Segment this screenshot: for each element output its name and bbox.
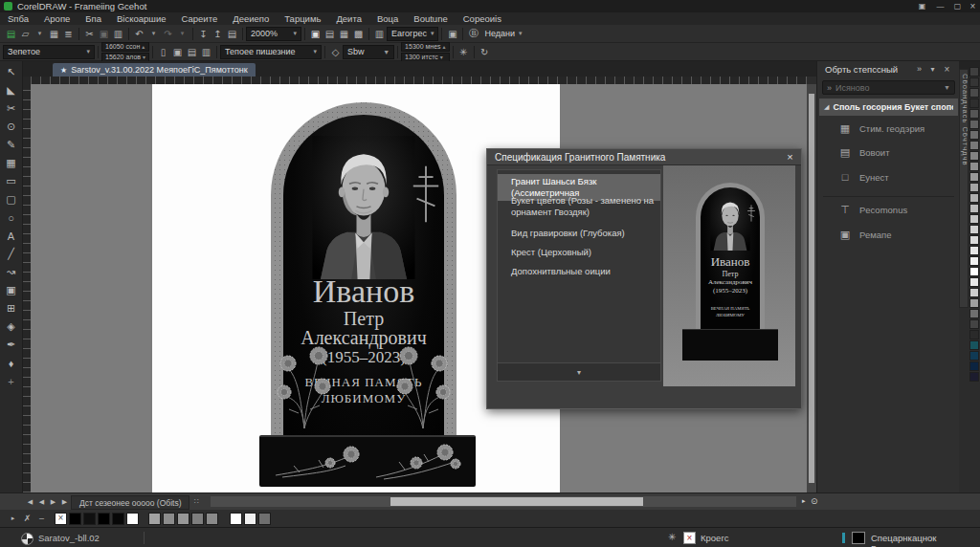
scroll-right-icon[interactable]: ▸: [802, 497, 806, 505]
palette-color[interactable]: [969, 267, 979, 276]
bezier-tool[interactable]: ↝: [3, 263, 20, 281]
palette-color[interactable]: [177, 513, 189, 525]
menu-object[interactable]: Сареите: [174, 13, 226, 24]
rounded-rectangle-tool[interactable]: ▢: [3, 190, 20, 208]
x-spin-up-icon[interactable]: ▴: [142, 45, 145, 49]
vertical-ruler[interactable]: [23, 84, 31, 492]
menu-tools[interactable]: Boutune: [406, 13, 455, 24]
window-minimize-icon[interactable]: —: [933, 0, 947, 11]
mode-combo[interactable]: Тепоее пишезние ▾: [220, 45, 322, 59]
page-options1-icon[interactable]: ▤: [185, 45, 199, 58]
paste-icon[interactable]: ▥: [111, 27, 125, 40]
ellipse-tool[interactable]: ○: [3, 208, 20, 227]
menu-window[interactable]: Сореоиіs: [456, 13, 509, 24]
palette-color[interactable]: [969, 256, 979, 266]
no-color-swatch[interactable]: ×: [55, 513, 67, 525]
palette-color[interactable]: [969, 235, 979, 245]
export-preset-combo[interactable]: Еагогрес ▾: [387, 27, 438, 41]
document-tab[interactable]: ★ Sarstov_v.31.00.2022 МеяпоеГіС_Пямотто…: [53, 63, 256, 77]
docker-item-rename[interactable]: ▣ Ремапе: [838, 228, 891, 241]
menu-table[interactable]: Воца: [369, 13, 406, 24]
palette-color[interactable]: [969, 172, 979, 182]
palette-color[interactable]: [126, 513, 139, 525]
palette-color[interactable]: [969, 162, 979, 171]
knife-tool[interactable]: ✂: [3, 99, 20, 118]
save-icon[interactable]: ▦: [47, 27, 61, 40]
monument-stone[interactable]: Иванов Петр Александрович (1955–2023) ВЕ…: [271, 102, 457, 436]
palette-dash-icon[interactable]: –: [34, 512, 49, 525]
menu-text[interactable]: Деита: [328, 13, 369, 24]
undo-caret-icon[interactable]: ▾: [146, 27, 161, 40]
menu-file[interactable]: Sпба: [0, 13, 36, 24]
page-tab-grip-icon[interactable]: ∷: [194, 497, 199, 506]
palette-color[interactable]: [969, 246, 979, 255]
line-tool[interactable]: ╱: [3, 245, 20, 263]
palette-color[interactable]: [969, 214, 979, 224]
pick-tool[interactable]: ↖: [3, 63, 20, 81]
palette-color[interactable]: [83, 513, 96, 525]
launch-combo[interactable]: Недани ▾: [480, 28, 525, 40]
vertical-scroll-thumb[interactable]: [809, 94, 814, 483]
print-icon[interactable]: ≣: [61, 27, 76, 40]
view-grid2-icon[interactable]: ▦: [337, 27, 351, 40]
palette-color[interactable]: [969, 372, 979, 382]
palette-color[interactable]: [969, 204, 979, 213]
dialog-title-bar[interactable]: Спецификация Гранитного Памятника ×: [487, 149, 801, 165]
docker-more-icon[interactable]: »: [912, 62, 926, 76]
view-grid3-icon[interactable]: ▩: [351, 27, 366, 40]
height-value[interactable]: 1300 итстс: [405, 54, 438, 60]
horizontal-scroll-thumb[interactable]: [390, 497, 643, 506]
window-close-icon[interactable]: ×: [966, 0, 980, 11]
palette-color[interactable]: [969, 77, 979, 87]
table-tool[interactable]: ⊞: [3, 299, 20, 317]
tree-collapse-icon[interactable]: ◢: [824, 103, 829, 111]
docker-item-style[interactable]: ▦ Стим. геодэрия: [838, 121, 924, 135]
zoom-tool[interactable]: ⊙: [3, 118, 20, 136]
docker-collapse-icon[interactable]: ▾: [925, 62, 940, 76]
palette-color[interactable]: [258, 513, 271, 525]
open-caret-icon[interactable]: ▾: [33, 27, 47, 40]
spec-item-bouquet[interactable]: Букет цветов (Розы - заменено на орнамен…: [498, 193, 660, 220]
outline-tool[interactable]: ♦: [3, 354, 20, 372]
docker-side-tab[interactable]: Сбоандчась Сбчтчдчв: [959, 69, 969, 308]
y-spin-down-icon[interactable]: ▾: [143, 55, 145, 59]
frame-tool[interactable]: ▣: [3, 281, 20, 299]
window-restore-icon[interactable]: ▣: [915, 0, 929, 11]
zoom-level-combo[interactable]: 2000% ▾: [246, 27, 301, 41]
palette-color[interactable]: [969, 98, 979, 108]
palette-color[interactable]: [244, 513, 256, 525]
horizontal-ruler[interactable]: [31, 77, 807, 84]
palette-color[interactable]: [969, 225, 979, 234]
menu-edit[interactable]: Аропе: [36, 13, 78, 24]
y-position-value[interactable]: 15620 алов: [105, 54, 141, 60]
publish-pdf-icon[interactable]: ▤: [225, 27, 239, 40]
canvas-vertical-scrollbar[interactable]: [807, 84, 816, 492]
spec-item-cross[interactable]: Крест (Церховный): [498, 245, 660, 260]
interactive-fill-tool[interactable]: ◈: [3, 317, 20, 336]
view-grid1-icon[interactable]: ▤: [323, 27, 337, 40]
docker-item-roll[interactable]: ▤ Вовоит: [838, 145, 890, 159]
palette-color[interactable]: [163, 513, 175, 525]
import-icon[interactable]: ↧: [196, 27, 211, 40]
h-spin-down-icon[interactable]: ▾: [440, 55, 443, 59]
fill-color-swatch[interactable]: [852, 532, 865, 544]
docker-group-header[interactable]: ◢ Споль госорния Букет спопонженчный: [819, 98, 958, 116]
text-tool[interactable]: A: [3, 227, 20, 245]
add-tool-button[interactable]: +: [3, 372, 20, 390]
palette-color[interactable]: [112, 513, 124, 525]
palette-flyout-icon[interactable]: ▸: [6, 512, 20, 525]
cut-icon[interactable]: ✂: [82, 27, 97, 40]
docker-item-resources[interactable]: ⊤ Pecomonus: [838, 203, 907, 216]
size-widget[interactable]: 15300 мнеs▴ 1300 итстс▾: [401, 42, 450, 62]
palette-color[interactable]: [969, 88, 979, 98]
palette-color[interactable]: [969, 151, 979, 161]
spec-item-engraving[interactable]: Вид гравировки (Глубокая): [498, 226, 660, 241]
palette-color[interactable]: [969, 183, 979, 192]
dialog-close-icon[interactable]: ×: [783, 150, 797, 164]
image-icon[interactable]: ▣: [445, 27, 459, 40]
window-maximize-icon[interactable]: ▢: [950, 0, 965, 11]
palette-color[interactable]: [969, 67, 979, 77]
rectangle-tool[interactable]: ▭: [3, 172, 20, 190]
copy-icon[interactable]: ▣: [97, 27, 111, 40]
settings-icon[interactable]: ✳: [457, 45, 471, 58]
